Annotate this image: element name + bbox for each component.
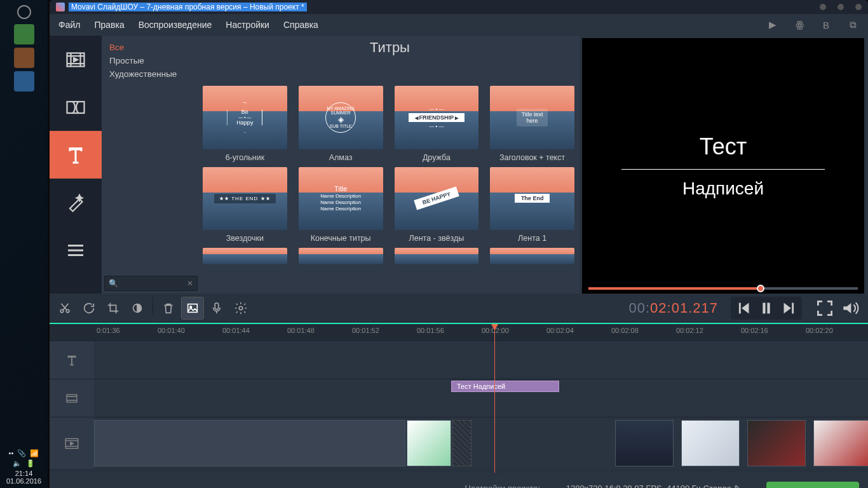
category-artistic[interactable]: Художественные [109, 67, 193, 81]
panel-title: Титры [200, 36, 580, 86]
track-head-overlay[interactable] [50, 379, 94, 417]
svg-rect-11 [67, 395, 77, 402]
media-clip[interactable] [615, 420, 674, 466]
preview-scrubber[interactable] [588, 287, 858, 290]
youtube-icon[interactable]: ▶ [766, 18, 779, 31]
clear-search-icon[interactable]: ✕ [187, 279, 193, 288]
os-app-icon[interactable] [14, 71, 34, 92]
media-track [50, 417, 868, 469]
svg-rect-7 [215, 303, 219, 309]
proj-settings-label: Настройки проекта: [465, 484, 553, 488]
track-head-titles[interactable] [50, 341, 94, 379]
title-clip[interactable]: Тест Надписей [451, 381, 559, 392]
tab-titles[interactable] [50, 131, 102, 179]
app-icon [56, 3, 65, 11]
menu-edit[interactable]: Правка [94, 20, 124, 30]
title-preset[interactable]: BE HAPPY Лента - звёзды [395, 167, 479, 243]
minimize-button[interactable] [820, 4, 826, 10]
title-preset[interactable] [395, 248, 479, 268]
preset-label: Звездочки [203, 234, 287, 243]
svg-point-3 [66, 309, 69, 313]
titles-panel: Все Простые Художественные Титры 🔍 ✕ Be— [102, 36, 580, 294]
track-head-media[interactable] [50, 417, 94, 469]
svg-point-2 [60, 309, 64, 313]
media-clip[interactable] [747, 420, 806, 466]
media-clip[interactable] [94, 420, 405, 466]
title-preset[interactable]: Title texthere Заголовок + текст [490, 86, 574, 162]
controls-row: 00:02:01.217 [50, 294, 868, 323]
crop-button[interactable] [102, 297, 125, 320]
overlay-track: Тест Надписей [50, 379, 868, 417]
preset-label: Лента - звёзды [395, 234, 479, 243]
save-button[interactable]: Сохранить [766, 482, 859, 488]
rotate-button[interactable] [78, 297, 100, 320]
title-preset[interactable] [490, 248, 574, 268]
prev-button[interactable] [733, 299, 754, 318]
title-preset[interactable]: Be— • —Happy 6-угольник [203, 86, 287, 162]
title-preset[interactable]: The End Лента 1 [490, 167, 574, 243]
tab-transitions[interactable] [50, 83, 102, 131]
menu-settings[interactable]: Настройки [226, 20, 269, 30]
title-preset[interactable]: — • —◀ FRIENDSHIP ▶— • — Дружба [395, 86, 479, 162]
titles-grid: Be— • —Happy 6-угольник MY AMAZING SUMME… [200, 86, 580, 294]
playhead[interactable] [494, 324, 495, 473]
tray-icons[interactable]: •• 📎 📶 [0, 449, 48, 458]
os-app-icon[interactable] [14, 48, 34, 68]
title-preset[interactable]: TitleName DescriptionName DescriptionNam… [299, 167, 383, 243]
timecode-display: 00:02:01.217 [621, 300, 726, 317]
os-launcher-icon[interactable] [17, 5, 31, 19]
search-icon: 🔍 [109, 279, 118, 288]
media-clip[interactable] [813, 420, 868, 466]
volume-button[interactable] [840, 298, 860, 318]
timeline-ruler[interactable]: 0:01:36 00:01:40 00:01:44 00:01:48 00:01… [50, 324, 868, 341]
close-button[interactable] [855, 4, 862, 10]
vk-icon[interactable]: B [820, 18, 832, 31]
titlebar: Movavi СлайдШОУ – 7-дневная пробная верс… [50, 0, 868, 14]
next-button[interactable] [778, 299, 800, 318]
os-status-area: •• 📎 📶 🔈 🔋 21:14 01.06.2016 [0, 447, 48, 485]
microphone-button[interactable] [205, 297, 228, 320]
menu-help[interactable]: Справка [283, 20, 318, 30]
titles-track [50, 341, 868, 379]
title-preset[interactable] [203, 248, 287, 268]
svg-point-8 [239, 306, 243, 310]
pause-button[interactable] [756, 299, 777, 318]
timeline: 0:01:36 00:01:40 00:01:44 00:01:48 00:01… [50, 323, 868, 473]
titles-search-input[interactable]: 🔍 ✕ [104, 276, 198, 291]
preset-label: Дружба [395, 153, 479, 162]
menu-playback[interactable]: Воспроизведение [139, 20, 212, 30]
title-preset[interactable] [299, 248, 383, 268]
title-preset[interactable]: MY AMAZING SUMMER◈SUB TITLE Алмаз [299, 86, 383, 162]
image-button[interactable] [181, 297, 204, 320]
os-app-icon[interactable] [14, 24, 34, 44]
tray-icons[interactable]: 🔈 🔋 [0, 459, 48, 468]
preview-title-line1: Тест [700, 133, 747, 160]
os-clock: 21:14 [0, 470, 48, 477]
preset-label: Алмаз [299, 153, 383, 162]
gap-clip[interactable] [452, 420, 471, 466]
category-simple[interactable]: Простые [109, 54, 193, 67]
category-all[interactable]: Все [109, 41, 193, 54]
odnoklassniki-icon[interactable]: ꙮ [793, 18, 806, 31]
os-date: 01.06.2016 [0, 477, 48, 485]
cut-button[interactable] [53, 297, 76, 320]
media-clip[interactable] [681, 420, 740, 466]
title-preset[interactable]: ★★ THE END ★★ Звездочки [203, 167, 287, 243]
color-adjust-button[interactable] [126, 297, 149, 320]
edit-proj-icon[interactable]: ✎ [734, 484, 741, 488]
maximize-button[interactable] [837, 4, 844, 10]
menu-file[interactable]: Файл [58, 20, 80, 30]
delete-button[interactable] [157, 297, 180, 320]
tab-effects[interactable] [50, 179, 102, 226]
preview-monitor[interactable]: Тест Надписей [582, 38, 864, 294]
media-clip[interactable] [407, 420, 451, 466]
window-title: Movavi СлайдШОУ – 7-дневная пробная верс… [69, 3, 307, 11]
tab-media[interactable] [50, 36, 102, 83]
settings-button[interactable] [229, 297, 252, 320]
fullscreen-button[interactable] [815, 298, 835, 318]
preset-label: Заголовок + текст [490, 153, 574, 162]
tab-more[interactable] [50, 226, 102, 274]
share-icon[interactable]: ⧉ [846, 18, 859, 31]
svg-rect-5 [188, 304, 198, 313]
side-tabs [50, 36, 102, 294]
